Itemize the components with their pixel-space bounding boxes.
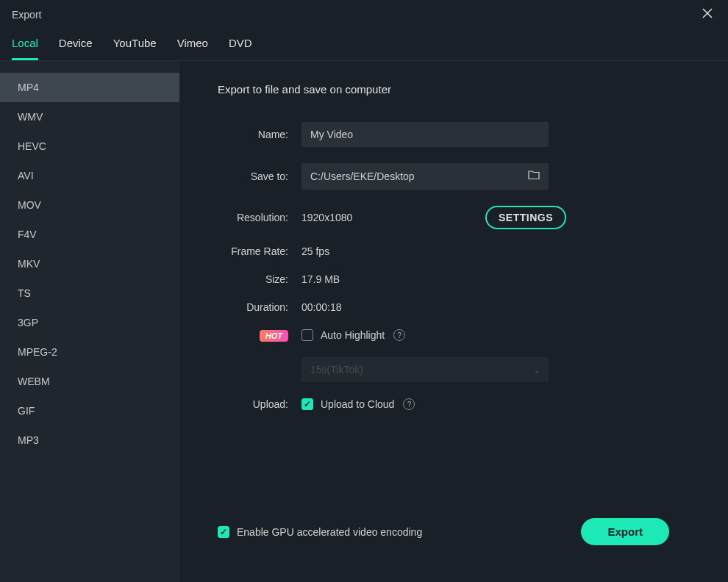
sidebar-item-mp3[interactable]: MP3 xyxy=(0,425,179,455)
gpu-checkbox[interactable] xyxy=(218,526,229,538)
sidebar-item-wmv[interactable]: WMV xyxy=(0,102,179,132)
tab-dvd[interactable]: DVD xyxy=(229,37,252,60)
upload-cloud-checkbox[interactable] xyxy=(301,398,313,410)
sidebar-item-ts[interactable]: TS xyxy=(0,279,179,308)
help-icon[interactable]: ? xyxy=(393,329,405,341)
frame-rate-label: Frame Rate: xyxy=(218,245,301,257)
sidebar-item-gif[interactable]: GIF xyxy=(0,396,179,425)
sidebar-item-mp4[interactable]: MP4 xyxy=(0,73,179,102)
window-title: Export xyxy=(12,9,41,21)
settings-button[interactable]: SETTINGS xyxy=(485,206,566,229)
format-sidebar: MP4 WMV HEVC AVI MOV F4V MKV TS 3GP MPEG… xyxy=(0,61,179,582)
tab-vimeo[interactable]: Vimeo xyxy=(177,37,208,60)
highlight-preset-value: 15s(TikTok) xyxy=(310,364,363,376)
sidebar-item-hevc[interactable]: HEVC xyxy=(0,132,179,161)
save-to-input[interactable]: C:/Users/EKE/Desktop xyxy=(301,163,549,190)
upload-label: Upload: xyxy=(218,398,301,410)
size-value: 17.9 MB xyxy=(301,273,340,285)
duration-label: Duration: xyxy=(218,301,301,313)
sidebar-item-mkv[interactable]: MKV xyxy=(0,249,179,279)
resolution-label: Resolution: xyxy=(218,212,301,223)
help-icon[interactable]: ? xyxy=(403,398,415,410)
save-to-label: Save to: xyxy=(218,170,301,182)
sidebar-item-3gp[interactable]: 3GP xyxy=(0,308,179,337)
auto-highlight-checkbox[interactable] xyxy=(301,329,313,341)
resolution-value: 1920x1080 xyxy=(301,212,352,223)
save-to-path: C:/Users/EKE/Desktop xyxy=(310,170,528,182)
hot-badge: HOT xyxy=(260,330,288,342)
sidebar-item-f4v[interactable]: F4V xyxy=(0,220,179,249)
size-label: Size: xyxy=(218,273,301,285)
section-heading: Export to file and save on computer xyxy=(218,83,699,96)
sidebar-item-avi[interactable]: AVI xyxy=(0,161,179,190)
tab-device[interactable]: Device xyxy=(59,37,93,60)
tab-local[interactable]: Local xyxy=(12,37,38,60)
tab-youtube[interactable]: YouTube xyxy=(113,37,157,60)
sidebar-item-webm[interactable]: WEBM xyxy=(0,367,179,396)
highlight-preset-select: 15s(TikTok) ⌄ xyxy=(301,357,549,382)
name-label: Name: xyxy=(218,129,301,140)
upload-cloud-label: Upload to Cloud xyxy=(321,398,394,410)
gpu-label: Enable GPU accelerated video encoding xyxy=(237,526,422,538)
close-icon[interactable] xyxy=(699,4,716,25)
duration-value: 00:00:18 xyxy=(301,301,342,313)
frame-rate-value: 25 fps xyxy=(301,245,329,257)
auto-highlight-label: Auto Highlight xyxy=(321,329,385,341)
tab-bar: Local Device YouTube Vimeo DVD xyxy=(0,29,728,61)
folder-icon[interactable] xyxy=(528,170,540,183)
chevron-down-icon: ⌄ xyxy=(534,366,540,374)
export-button[interactable]: Export xyxy=(581,518,669,545)
sidebar-item-mpeg2[interactable]: MPEG-2 xyxy=(0,337,179,367)
name-input[interactable] xyxy=(301,122,549,147)
sidebar-item-mov[interactable]: MOV xyxy=(0,190,179,220)
